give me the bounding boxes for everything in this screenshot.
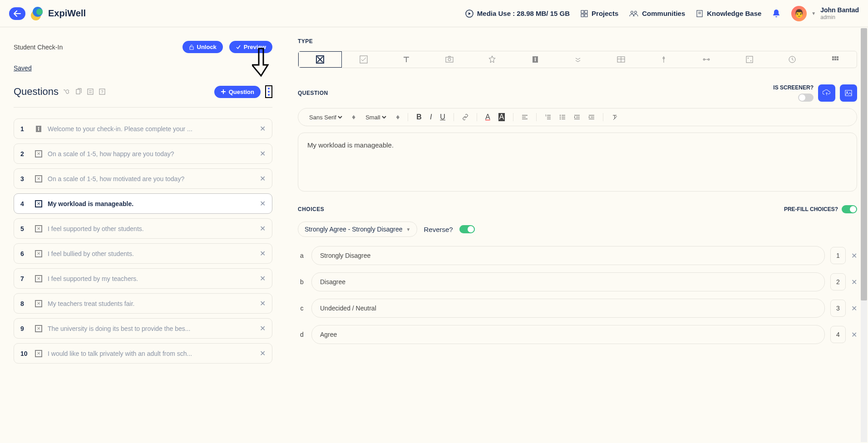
choice-row: c 3 ✕ [298, 299, 857, 318]
outdent-icon[interactable] [574, 114, 580, 120]
highlight-icon[interactable]: A [498, 113, 505, 121]
remove-question-icon[interactable]: ✕ [260, 274, 266, 283]
type-info[interactable] [513, 51, 556, 68]
bullet-list-icon[interactable] [559, 114, 566, 120]
unlock-button[interactable]: Unlock [182, 41, 223, 53]
type-star[interactable] [471, 51, 513, 68]
type-checkbox[interactable] [342, 51, 385, 68]
ordered-list-icon[interactable]: 1 [545, 114, 551, 120]
choice-input[interactable] [311, 299, 825, 318]
scrollbar[interactable] [861, 28, 867, 442]
remove-choice-icon[interactable]: ✕ [851, 251, 857, 260]
text-color-icon[interactable]: A [485, 113, 490, 121]
font-family-select[interactable]: Sans Serif [307, 113, 344, 121]
link-icon[interactable] [462, 114, 469, 120]
type-time[interactable] [771, 51, 814, 68]
back-button[interactable] [9, 7, 25, 20]
remove-choice-icon[interactable]: ✕ [851, 278, 857, 286]
choice-value[interactable]: 4 [830, 326, 846, 343]
choice-type-label: Strongly Agree - Strongly Disagree [305, 226, 403, 233]
logo[interactable]: ExpiWell [31, 7, 86, 20]
choice-input[interactable] [311, 325, 825, 344]
nav-knowledge-base[interactable]: Knowledge Base [696, 10, 761, 17]
align-icon[interactable] [522, 114, 528, 120]
italic-icon[interactable]: I [430, 113, 432, 121]
chevron-down-icon: ▼ [811, 11, 816, 16]
question-item[interactable]: 9 ✕ The university is doing its best to … [14, 318, 272, 339]
remove-question-icon[interactable]: ✕ [260, 224, 266, 233]
type-grid[interactable] [814, 51, 857, 68]
screener-toggle[interactable] [798, 94, 814, 102]
underline-icon[interactable]: U [440, 113, 445, 121]
type-matrix[interactable] [728, 51, 771, 68]
choice-input[interactable] [311, 246, 825, 265]
remove-question-icon[interactable]: ✕ [260, 199, 266, 208]
copy-icon[interactable] [75, 88, 82, 95]
question-item[interactable]: 8 ✕ My teachers treat students fair. ✕ [14, 293, 272, 314]
people-icon [629, 10, 638, 17]
remove-question-icon[interactable]: ✕ [260, 299, 266, 308]
type-dropdown[interactable] [557, 51, 599, 68]
remove-question-icon[interactable]: ✕ [260, 349, 266, 358]
more-button[interactable] [265, 85, 272, 98]
image-button[interactable] [840, 84, 857, 102]
remove-question-icon[interactable]: ✕ [260, 124, 266, 133]
remove-choice-icon[interactable]: ✕ [851, 304, 857, 313]
indent-icon[interactable] [588, 114, 595, 120]
reverse-toggle[interactable] [459, 225, 475, 233]
question-item[interactable]: 6 ✕ I feel bullied by other students. ✕ [14, 243, 272, 264]
remove-question-icon[interactable]: ✕ [260, 174, 266, 183]
question-item[interactable]: 7 ✕ I feel supported by my teachers. ✕ [14, 268, 272, 289]
list-icon[interactable] [87, 88, 94, 95]
type-table[interactable] [599, 51, 642, 68]
choice-input[interactable] [311, 272, 825, 291]
remove-choice-icon[interactable]: ✕ [851, 330, 857, 339]
question-number: 6 [20, 250, 30, 257]
upload-button[interactable] [818, 84, 835, 102]
svg-rect-21 [360, 56, 367, 63]
user-menu[interactable]: 👨 ▼ John Bantad admin [791, 6, 859, 21]
scrollbar-thumb[interactable] [861, 28, 867, 300]
remove-question-icon[interactable]: ✕ [260, 249, 266, 258]
choice-type-select[interactable]: Strongly Agree - Strongly Disagree ▼ [298, 222, 417, 237]
radio-icon: ✕ [35, 275, 42, 282]
saved-link[interactable]: Saved [14, 64, 32, 72]
preview-label: Preview [244, 44, 266, 50]
plus-icon [221, 89, 226, 94]
radio-icon: ✕ [35, 150, 42, 158]
nav-projects[interactable]: Projects [581, 10, 618, 17]
font-size-select[interactable]: Small [364, 113, 388, 121]
question-item[interactable]: 4 ✕ My workload is manageable. ✕ [14, 193, 272, 214]
type-camera[interactable] [428, 51, 470, 68]
type-radio[interactable] [298, 51, 342, 68]
question-editor[interactable]: My workload is manageable. [298, 133, 857, 192]
clear-format-icon[interactable] [612, 114, 618, 120]
bell-icon[interactable] [772, 9, 780, 18]
nav-communities[interactable]: Communities [629, 10, 685, 17]
radio-icon: ✕ [35, 225, 42, 232]
prefill-toggle[interactable] [842, 205, 857, 213]
svg-rect-19 [38, 128, 39, 131]
question-item[interactable]: 10 ✕ I would like to talk privately with… [14, 343, 272, 364]
type-range[interactable] [685, 51, 728, 68]
add-question-button[interactable]: Question [214, 86, 261, 98]
type-text[interactable] [385, 51, 428, 68]
shuffle-icon[interactable] [63, 88, 70, 95]
type-slider[interactable] [642, 51, 685, 68]
choice-value[interactable]: 1 [830, 247, 846, 264]
svg-rect-39 [832, 56, 834, 58]
choice-value[interactable]: 3 [830, 300, 846, 317]
question-item[interactable]: 3 ✕ On a scale of 1-5, how motivated are… [14, 168, 272, 189]
question-item[interactable]: 5 ✕ I feel supported by other students. … [14, 218, 272, 239]
question-text: I feel supported by my teachers. [48, 275, 254, 282]
question-item[interactable]: 2 ✕ On a scale of 1-5, how happy are you… [14, 143, 272, 164]
preview-button[interactable]: Preview [229, 41, 272, 53]
choice-value[interactable]: 2 [830, 273, 846, 290]
remove-question-icon[interactable]: ✕ [260, 324, 266, 333]
remove-question-icon[interactable]: ✕ [260, 149, 266, 158]
preview-icon [236, 44, 241, 50]
svg-point-36 [748, 58, 749, 59]
help-icon[interactable]: ? [99, 88, 106, 95]
bold-icon[interactable]: B [416, 113, 422, 121]
question-item[interactable]: 1 Welcome to your check-in. Please compl… [14, 118, 272, 139]
